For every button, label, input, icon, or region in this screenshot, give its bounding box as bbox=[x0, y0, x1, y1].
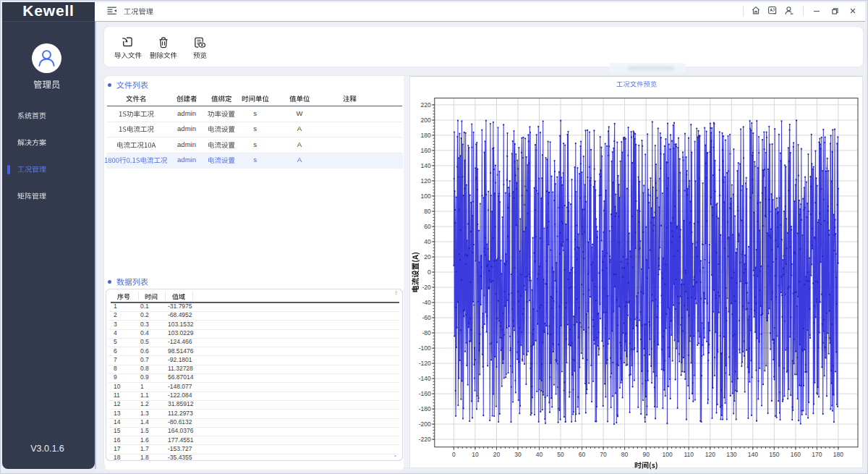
svg-text:-180: -180 bbox=[419, 405, 431, 412]
svg-text:70: 70 bbox=[600, 451, 607, 458]
svg-text:-100: -100 bbox=[419, 344, 431, 352]
svg-text:180: 180 bbox=[421, 132, 431, 139]
svg-text:20: 20 bbox=[424, 253, 431, 261]
svg-text:140: 140 bbox=[748, 451, 758, 458]
svg-text:80: 80 bbox=[424, 208, 431, 215]
svg-text:30: 30 bbox=[514, 451, 522, 458]
svg-text:100: 100 bbox=[663, 451, 673, 458]
svg-text:200: 200 bbox=[421, 117, 431, 124]
svg-text:10: 10 bbox=[472, 451, 479, 458]
svg-text:160: 160 bbox=[791, 451, 801, 458]
svg-text:180: 180 bbox=[833, 451, 843, 458]
svg-text:40: 40 bbox=[536, 451, 543, 458]
svg-text:-80: -80 bbox=[422, 329, 432, 337]
svg-text:-160: -160 bbox=[419, 390, 431, 397]
svg-text:100: 100 bbox=[421, 192, 431, 200]
svg-text:-140: -140 bbox=[419, 375, 431, 382]
svg-text:150: 150 bbox=[769, 451, 779, 458]
svg-text:80: 80 bbox=[621, 451, 629, 458]
svg-text:-40: -40 bbox=[422, 299, 432, 306]
svg-text:-220: -220 bbox=[419, 436, 431, 443]
svg-text:90: 90 bbox=[642, 451, 650, 458]
svg-text:160: 160 bbox=[421, 147, 431, 154]
svg-text:130: 130 bbox=[726, 451, 736, 458]
svg-text:60: 60 bbox=[579, 451, 586, 458]
svg-text:110: 110 bbox=[684, 451, 694, 458]
svg-text:120: 120 bbox=[421, 177, 431, 185]
svg-text:140: 140 bbox=[421, 162, 431, 169]
svg-text:-20: -20 bbox=[422, 284, 432, 291]
svg-text:60: 60 bbox=[424, 223, 431, 230]
svg-text:-60: -60 bbox=[422, 314, 432, 321]
svg-text:0: 0 bbox=[452, 451, 456, 458]
svg-text:170: 170 bbox=[812, 451, 822, 458]
svg-text:220: 220 bbox=[421, 101, 431, 109]
svg-text:-200: -200 bbox=[419, 420, 431, 428]
svg-text:120: 120 bbox=[705, 451, 715, 458]
svg-text:50: 50 bbox=[557, 451, 564, 458]
svg-text:40: 40 bbox=[424, 238, 431, 245]
svg-text:-120: -120 bbox=[419, 360, 431, 367]
svg-text:20: 20 bbox=[493, 451, 501, 458]
